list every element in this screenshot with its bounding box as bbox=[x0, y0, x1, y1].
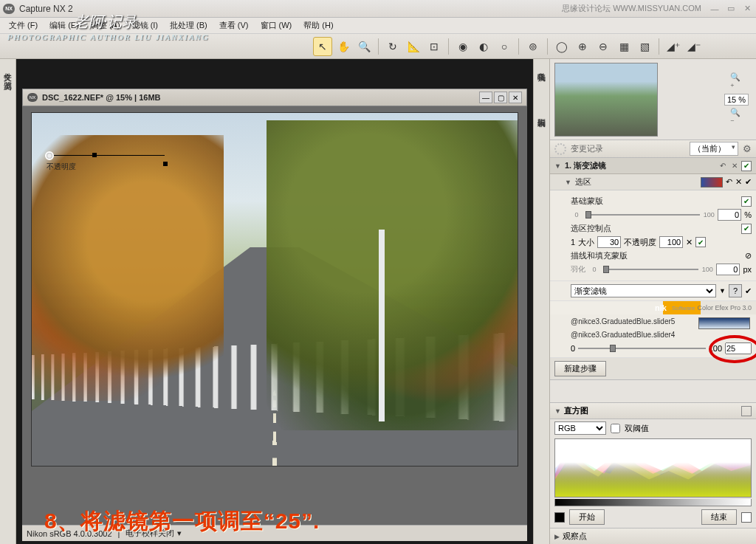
tool-crop-icon[interactable]: ⊡ bbox=[425, 37, 444, 56]
histogram-start-button[interactable]: 开始 bbox=[569, 509, 605, 525]
window-minimize-icon[interactable]: — bbox=[709, 4, 721, 14]
filter-enable-checkbox[interactable]: ✔ bbox=[745, 286, 752, 296]
dual-threshold-label: 双阈值 bbox=[625, 423, 649, 434]
black-swatch-icon[interactable] bbox=[554, 512, 565, 523]
link-icon[interactable]: ⊘ bbox=[745, 251, 752, 261]
reset-icon[interactable]: ↶ bbox=[718, 161, 728, 171]
titlebar: NX Capture NX 2 思缘设计论坛 WWW.MISSYUAN.COM … bbox=[0, 0, 756, 18]
tool-brush-minus-icon[interactable]: ◢⁻ bbox=[684, 37, 704, 56]
right-panel: 🔍⁺ 15 % 🔍⁻ 变更记录 （当前） ⚙ ▼ 1. 渐变滤镜 ↶ bbox=[549, 59, 756, 544]
white-swatch-icon[interactable] bbox=[741, 512, 752, 523]
tool-arrow-icon[interactable]: ↖ bbox=[313, 37, 332, 56]
feather-input[interactable] bbox=[716, 264, 740, 275]
watermark-text: 思缘设计论坛 WWW.MISSYUAN.COM bbox=[562, 3, 701, 14]
menu-file[interactable]: 文件 (F) bbox=[3, 18, 44, 32]
doc-maximize-icon[interactable]: ▢ bbox=[494, 92, 507, 103]
delete-icon[interactable]: ✕ bbox=[729, 161, 740, 171]
expand-icon[interactable]: ▼ bbox=[565, 179, 572, 186]
window-restore-icon[interactable]: ▭ bbox=[725, 4, 737, 14]
base-mask-label: 基础蒙版 bbox=[571, 196, 603, 207]
gradient-swatch-icon[interactable] bbox=[698, 317, 750, 329]
delete-cp-icon[interactable]: ✕ bbox=[686, 238, 693, 247]
tool-blackpoint-icon[interactable]: ◉ bbox=[453, 37, 472, 56]
stroke-fill-label: 描线和填充蒙版 bbox=[571, 250, 628, 261]
tool-neutralpoint-icon[interactable]: ◐ bbox=[474, 37, 493, 56]
expand-icon[interactable]: ▼ bbox=[554, 407, 561, 415]
doc-logo-icon: NX bbox=[27, 93, 38, 102]
app-logo-icon: NX bbox=[3, 4, 15, 14]
zoom-value[interactable]: 15 bbox=[727, 95, 736, 104]
toolbar: ↖ ✋ 🔍 ↻ 📐 ⊡ ◉ ◐ ○ ⊚ ◯ ⊕ ⊖ ▦ ▧ ◢⁺ ◢⁻ bbox=[0, 34, 756, 59]
reset-icon[interactable]: ↶ bbox=[726, 177, 732, 187]
tool-straighten-icon[interactable]: 📐 bbox=[404, 37, 423, 56]
menu-window[interactable]: 窗口 (W) bbox=[255, 18, 298, 32]
history-header: 变更记录 （当前） ⚙ bbox=[550, 140, 756, 158]
selection-row[interactable]: ▼ 选区 ↶ ✕ ✔ bbox=[550, 174, 756, 190]
navigator-thumbnail[interactable] bbox=[554, 63, 658, 137]
step-enable-checkbox[interactable]: ✔ bbox=[741, 161, 752, 171]
expand-icon[interactable]: ▶ bbox=[554, 533, 560, 540]
left-sidebar: 文件夹 浏览器 元数据 bbox=[0, 59, 16, 544]
zoom-out-icon[interactable]: 🔍⁻ bbox=[730, 111, 742, 123]
canvas-area[interactable]: 不透明度 bbox=[22, 106, 527, 525]
window-close-icon[interactable]: ✕ bbox=[741, 4, 753, 14]
histogram-end-button[interactable]: 结束 bbox=[701, 509, 737, 525]
tool-brush-plus-icon[interactable]: ◢⁺ bbox=[664, 37, 683, 56]
dual-threshold-checkbox[interactable] bbox=[611, 424, 620, 433]
tool-minus-select-icon[interactable]: ⊖ bbox=[594, 37, 613, 56]
menu-filter[interactable]: 滤镜 (I) bbox=[126, 18, 164, 32]
selection-label: 选区 bbox=[575, 176, 698, 187]
menu-edit[interactable]: 编辑 (E) bbox=[44, 18, 85, 32]
tool-zoom-icon[interactable]: 🔍 bbox=[354, 37, 374, 56]
control-point-handle-icon[interactable] bbox=[45, 151, 54, 160]
cp-enable-checkbox[interactable]: ✔ bbox=[695, 237, 706, 247]
loading-icon bbox=[554, 143, 566, 155]
control-point-label: 选区控制点 bbox=[571, 223, 611, 234]
filter-detail: @nikce3.GraduatedBlue.slider5 @nikce3.Gr… bbox=[550, 314, 756, 358]
filter-slider[interactable] bbox=[578, 344, 706, 353]
tool-controlpoint-icon[interactable]: ⊚ bbox=[523, 37, 543, 56]
right-sidebar-tabs: 鸟瞰镜头 编辑列表 照片信息 bbox=[533, 59, 549, 544]
menu-batch[interactable]: 批处理 (B) bbox=[164, 18, 213, 32]
zoom-in-icon[interactable]: 🔍⁺ bbox=[730, 76, 742, 88]
controlpoint-checkbox[interactable]: ✔ bbox=[741, 224, 752, 234]
history-combo[interactable]: （当前） bbox=[690, 142, 738, 156]
navigator-panel: 🔍⁺ 15 % 🔍⁻ bbox=[550, 59, 756, 140]
control-point-widget[interactable]: 不透明度 bbox=[45, 151, 165, 160]
step-1-name: 1. 渐变滤镜 bbox=[565, 160, 715, 171]
cp-opacity-input[interactable] bbox=[659, 236, 683, 248]
doc-minimize-icon[interactable]: — bbox=[479, 92, 492, 103]
histogram-title: 直方图 bbox=[564, 405, 738, 416]
delete-icon[interactable]: ✕ bbox=[735, 177, 742, 187]
tool-fill-icon[interactable]: ▧ bbox=[635, 37, 654, 56]
filter-value-input[interactable] bbox=[725, 342, 752, 354]
help-icon[interactable]: ? bbox=[729, 284, 742, 297]
base-mask-checkbox[interactable]: ✔ bbox=[741, 196, 752, 207]
menu-help[interactable]: 帮助 (H) bbox=[298, 18, 339, 32]
tool-rotate-icon[interactable]: ↻ bbox=[383, 37, 402, 56]
tool-hand-icon[interactable]: ✋ bbox=[334, 37, 353, 56]
workspace: NX DSC_1622.NEF* @ 15% | 16MB — ▢ ✕ 不透明度 bbox=[16, 59, 533, 544]
expand-icon[interactable]: ▼ bbox=[554, 162, 562, 170]
base-mask-input[interactable] bbox=[718, 209, 741, 221]
selection-enable-checkbox[interactable]: ✔ bbox=[745, 177, 752, 187]
cp-size-input[interactable] bbox=[597, 236, 621, 248]
gear-icon[interactable]: ⚙ bbox=[743, 143, 752, 154]
tool-plus-select-icon[interactable]: ⊕ bbox=[573, 37, 592, 56]
photo-preview[interactable]: 不透明度 bbox=[31, 112, 518, 466]
history-label: 变更记录 bbox=[571, 143, 685, 154]
base-mask-slider[interactable] bbox=[585, 210, 700, 219]
filter-slider4-label: @nikce3.GraduatedBlue.slider4 bbox=[571, 331, 752, 340]
histogram-tool-icon[interactable] bbox=[741, 406, 752, 416]
feather-slider[interactable] bbox=[603, 265, 698, 274]
step-1-row[interactable]: ▼ 1. 渐变滤镜 ↶ ✕ ✔ bbox=[550, 158, 756, 174]
histogram-channel-select[interactable]: RGB bbox=[554, 421, 606, 435]
filter-dropdown[interactable]: 渐变滤镜 bbox=[571, 284, 716, 297]
tool-lasso-icon[interactable]: ◯ bbox=[552, 37, 571, 56]
doc-close-icon[interactable]: ✕ bbox=[509, 92, 522, 103]
new-step-button[interactable]: 新建步骤 bbox=[554, 361, 606, 376]
tool-gradient-icon[interactable]: ▦ bbox=[614, 37, 633, 56]
tool-whitepoint-icon[interactable]: ○ bbox=[495, 37, 514, 56]
menu-adjust[interactable]: 调整 (A) bbox=[85, 18, 126, 32]
menu-view[interactable]: 查看 (V) bbox=[213, 18, 255, 32]
